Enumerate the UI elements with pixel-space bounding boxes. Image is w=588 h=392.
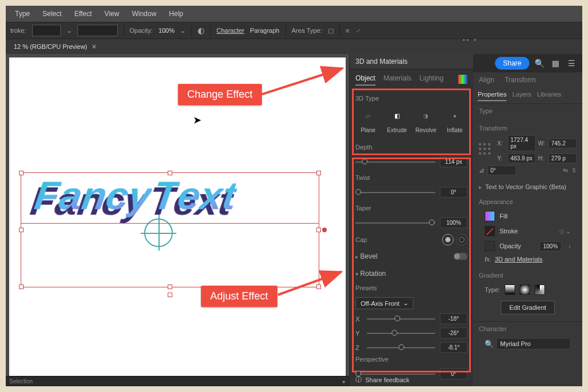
align-icon[interactable]: ≡ bbox=[346, 27, 349, 34]
warp-icon[interactable]: ⟋ bbox=[355, 27, 361, 34]
depth-value[interactable]: 114 px bbox=[440, 156, 467, 167]
edit-gradient-button[interactable]: Edit Gradient bbox=[501, 301, 555, 314]
area-type-icon[interactable]: ▢ bbox=[328, 27, 334, 34]
stroke-swatch[interactable] bbox=[485, 226, 495, 236]
stroke-weight-stepper[interactable]: ◇ ⌄ bbox=[559, 228, 571, 235]
transform-tab[interactable]: Transform bbox=[505, 76, 536, 84]
align-tab[interactable]: Align bbox=[479, 76, 494, 84]
artboard[interactable]: FF aa nn cc yy TT ee xx tt bbox=[9, 57, 346, 377]
arrange-icon[interactable]: ▦ bbox=[549, 59, 562, 68]
flip-v-icon[interactable]: ⥮ bbox=[571, 167, 577, 174]
fx-3d-link[interactable]: 3D and Materials bbox=[495, 256, 543, 263]
menu-select[interactable]: Select bbox=[37, 7, 67, 20]
libraries-tab[interactable]: Libraries bbox=[537, 91, 561, 101]
3d-type-extrude[interactable]: ◧Extrude bbox=[384, 107, 409, 133]
angle-icon: ⊿ bbox=[479, 167, 484, 174]
z-value[interactable]: -8.1° bbox=[440, 342, 467, 353]
flip-h-icon[interactable]: ⇋ bbox=[563, 167, 568, 174]
properties-tab[interactable]: Properties bbox=[478, 91, 506, 101]
menu-type[interactable]: Type bbox=[9, 7, 36, 20]
cap-off[interactable] bbox=[456, 234, 467, 245]
fill-swatch[interactable] bbox=[485, 211, 495, 221]
paragraph-link[interactable]: Paragraph bbox=[250, 27, 279, 34]
depth-slider[interactable] bbox=[355, 162, 435, 163]
3d-type-inflate[interactable]: ●Inflate bbox=[442, 107, 467, 133]
close-icon[interactable]: × bbox=[92, 42, 96, 51]
gradient-radial[interactable] bbox=[520, 285, 530, 295]
panel-icon[interactable]: ☰ bbox=[565, 59, 578, 68]
x-value[interactable]: -18° bbox=[440, 313, 467, 324]
w-label: W: bbox=[538, 140, 546, 147]
chevron-down-icon[interactable]: ⌄ bbox=[67, 27, 72, 34]
panel-title: 3D and Materials bbox=[350, 54, 473, 70]
document-tab[interactable]: 12 % (RGB/CPU Preview) × bbox=[9, 40, 101, 53]
reference-point[interactable] bbox=[479, 143, 492, 156]
render-icon[interactable] bbox=[458, 75, 467, 84]
opacity-value[interactable]: 100% bbox=[158, 27, 175, 34]
x-field[interactable]: 1727.4 px bbox=[508, 135, 536, 151]
status-selection: Selection bbox=[9, 378, 33, 385]
chevron-right-icon[interactable]: › bbox=[568, 243, 571, 249]
menu-bar: Type Select Effect View Window Help bbox=[6, 6, 582, 22]
3d-type-plane[interactable]: ▱Plane bbox=[355, 107, 381, 133]
preset-dropdown[interactable]: Off-Axis Front⌄ bbox=[355, 297, 413, 309]
perspective-slider[interactable] bbox=[355, 374, 435, 375]
menu-window[interactable]: Window bbox=[126, 7, 163, 20]
z-slider[interactable] bbox=[367, 347, 435, 348]
gradient-freeform[interactable] bbox=[535, 285, 545, 295]
share-feedback-link[interactable]: ⓘShare feedback bbox=[355, 375, 409, 384]
bevel-section[interactable]: ▸ Bevel bbox=[350, 248, 473, 265]
cap-on[interactable] bbox=[442, 234, 454, 245]
tab-lighting[interactable]: Lighting bbox=[419, 74, 443, 86]
share-button[interactable]: Share bbox=[495, 57, 529, 70]
tab-title: 12 % (RGB/CPU Preview) bbox=[14, 43, 87, 50]
w-field[interactable]: 745.2 bbox=[548, 139, 577, 148]
text-to-vector-link[interactable]: ▸Text to Vector Graphic (Beta) bbox=[473, 179, 582, 195]
layers-tab[interactable]: Layers bbox=[512, 91, 531, 101]
chevron-right-icon: ▸ bbox=[355, 253, 358, 260]
stroke-weight[interactable] bbox=[78, 25, 118, 36]
gradient-linear[interactable] bbox=[505, 285, 515, 295]
opacity-value[interactable]: 100% bbox=[539, 241, 562, 251]
menu-help[interactable]: Help bbox=[163, 7, 189, 20]
tab-object[interactable]: Object bbox=[355, 74, 376, 86]
y-field[interactable]: 483.9 px bbox=[508, 153, 536, 163]
stroke-label: Stroke bbox=[500, 228, 518, 235]
x-slider[interactable] bbox=[367, 318, 435, 320]
perspective-value[interactable]: 0° bbox=[440, 368, 467, 379]
bevel-toggle[interactable] bbox=[454, 253, 467, 260]
menu-view[interactable]: View bbox=[99, 7, 125, 20]
rotation-section[interactable]: ▾ Rotation bbox=[350, 265, 473, 282]
search-icon[interactable]: 🔍 bbox=[533, 59, 546, 68]
y-value[interactable]: -26° bbox=[440, 328, 467, 339]
font-family-select[interactable]: Myriad Pro bbox=[496, 338, 571, 349]
search-icon[interactable]: 🔍 bbox=[485, 340, 494, 348]
twist-value[interactable]: 0° bbox=[440, 187, 467, 198]
character-link[interactable]: Character bbox=[216, 27, 244, 34]
h-field[interactable]: 279 p bbox=[548, 153, 577, 163]
play-icon[interactable]: ▸ bbox=[343, 378, 346, 385]
info-icon: ⓘ bbox=[355, 375, 362, 384]
chevron-down-icon: ⌄ bbox=[403, 299, 408, 307]
menu-effect[interactable]: Effect bbox=[68, 7, 97, 20]
y-slider[interactable] bbox=[367, 333, 435, 334]
opacity-swatch[interactable] bbox=[485, 241, 495, 251]
taper-slider[interactable] bbox=[355, 222, 435, 224]
tab-materials[interactable]: Materials bbox=[384, 74, 412, 86]
taper-value[interactable]: 100% bbox=[440, 217, 467, 228]
recolor-icon[interactable]: ◐ bbox=[198, 26, 204, 35]
panel-dock-icon[interactable]: • • × bbox=[463, 37, 477, 43]
twist-slider[interactable] bbox=[355, 192, 435, 193]
canvas-area[interactable]: FF aa nn cc yy TT ee xx tt bbox=[6, 54, 349, 386]
arrow-icon bbox=[278, 269, 347, 298]
x-label: X bbox=[355, 316, 362, 322]
3d-type-revolve[interactable]: ◑Revolve bbox=[413, 107, 439, 133]
opacity-label: Opacity bbox=[500, 243, 521, 249]
perspective-label: Perspective bbox=[355, 356, 467, 363]
chevron-down-icon[interactable]: ⌄ bbox=[180, 27, 185, 34]
y-label: Y: bbox=[497, 155, 505, 162]
angle-field[interactable]: 0° bbox=[488, 166, 516, 175]
arrow-icon bbox=[262, 63, 348, 97]
fx-icon: fx. bbox=[485, 256, 492, 263]
stroke-color[interactable] bbox=[32, 25, 61, 36]
